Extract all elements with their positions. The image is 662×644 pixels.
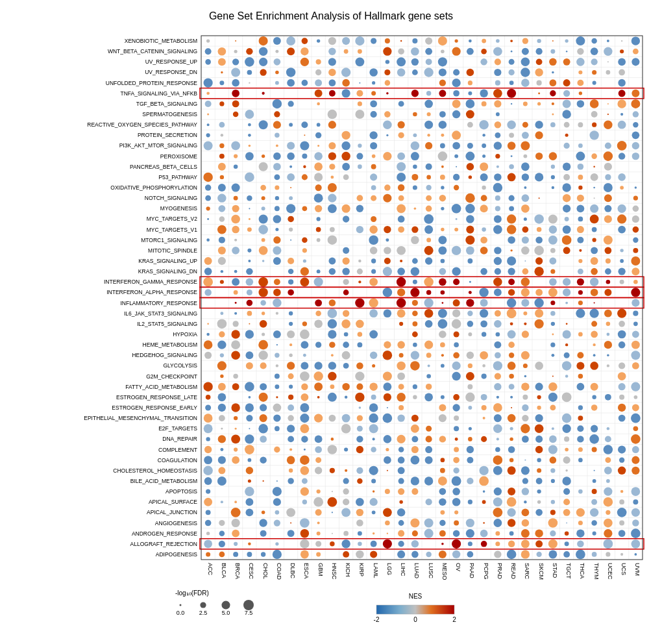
chart-container [0, 0, 662, 644]
